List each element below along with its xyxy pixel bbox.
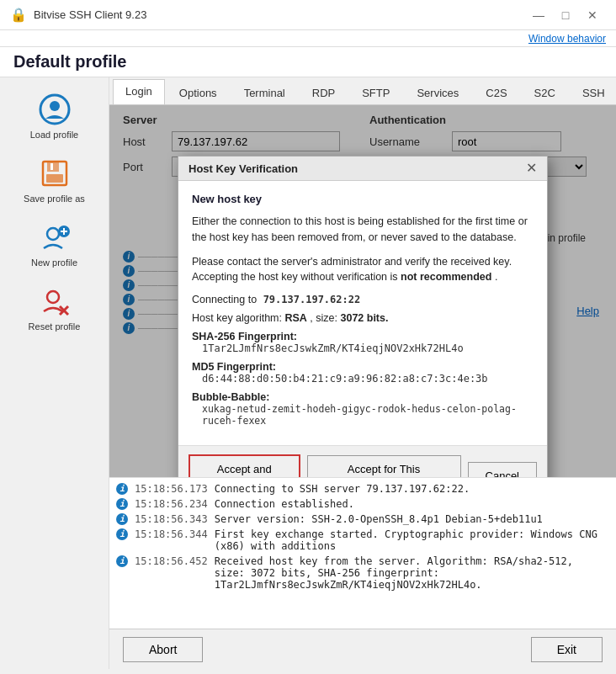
svg-point-6 bbox=[47, 228, 59, 240]
maximize-button[interactable]: □ bbox=[552, 7, 579, 24]
log-icon-5: i bbox=[116, 555, 128, 567]
algorithm-label: Host key algorithm: bbox=[192, 312, 284, 324]
tab-sftp[interactable]: SFTP bbox=[349, 81, 402, 104]
sha256-value: 1Tar2LJmfNrs8ecJswkZmR/KT4ieqjNOV2xHk72H… bbox=[202, 342, 534, 354]
log-row-5: i 15:18:56.452 Received host key from th… bbox=[116, 554, 609, 592]
sidebar-load-profile-label: Load profile bbox=[30, 130, 79, 140]
algorithm-bits: 3072 bits. bbox=[340, 312, 388, 324]
md5-label: MD5 Fingerprint: bbox=[192, 361, 276, 373]
window-behavior-link[interactable]: Window behavior bbox=[528, 33, 606, 45]
bubble-value: xukag-netud-zemit-hodeh-gigyc-rodok-hedu… bbox=[202, 403, 534, 427]
log-icon-2: i bbox=[116, 498, 128, 510]
log-row-3: i 15:18:56.343 Server version: SSH-2.0-O… bbox=[116, 512, 609, 527]
tab-services[interactable]: Services bbox=[404, 81, 471, 104]
main-content: Load profile Save profile as bbox=[0, 77, 616, 669]
page-title: Default profile bbox=[0, 47, 616, 77]
connecting-field: Connecting to 79.137.197.62:22 bbox=[192, 294, 534, 305]
host-key-verification-modal: Host Key Verification ✕ New host key Eit… bbox=[178, 156, 548, 477]
tab-login[interactable]: Login bbox=[113, 79, 165, 104]
sha256-field: SHA-256 Fingerprint: 1Tar2LJmfNrs8ecJswk… bbox=[192, 331, 534, 354]
sidebar-new-profile-label: New profile bbox=[31, 257, 77, 268]
tab-rdp[interactable]: RDP bbox=[300, 81, 348, 104]
bubble-field: Bubble-Babble: xukag-netud-zemit-hodeh-g… bbox=[192, 391, 534, 427]
close-button[interactable]: ✕ bbox=[579, 7, 606, 24]
connecting-value: 79.137.197.62:22 bbox=[263, 294, 361, 305]
reset-profile-icon bbox=[38, 284, 72, 318]
sidebar-reset-profile-label: Reset profile bbox=[29, 321, 81, 332]
tab-terminal[interactable]: Terminal bbox=[231, 81, 298, 104]
modal-body: New host key Either the connection to th… bbox=[178, 181, 547, 445]
cancel-button[interactable]: Cancel bbox=[468, 462, 537, 478]
md5-value: d6:44:88:d0:50:b4:21:c9:a9:96:82:a8:c7:3… bbox=[202, 373, 534, 385]
title-bar-controls: — □ ✕ bbox=[525, 7, 606, 24]
svg-rect-4 bbox=[46, 174, 63, 183]
sidebar-item-load-profile[interactable]: Load profile bbox=[0, 86, 109, 146]
log-area: i 15:18:56.173 Connecting to SSH server … bbox=[109, 477, 616, 629]
new-profile-icon bbox=[38, 220, 72, 254]
sidebar-item-save-profile[interactable]: Save profile as bbox=[0, 150, 109, 210]
window-behavior-bar: Window behavior bbox=[0, 30, 616, 47]
right-panel: Login Options Terminal RDP SFTP Services… bbox=[109, 77, 616, 669]
load-profile-icon bbox=[38, 93, 72, 126]
exit-button[interactable]: Exit bbox=[531, 637, 603, 662]
log-icon-4: i bbox=[116, 528, 128, 540]
not-recommended-text: not recommended bbox=[401, 271, 491, 283]
accept-connection-button[interactable]: Accept for This Connection bbox=[307, 455, 461, 477]
svg-point-10 bbox=[47, 291, 59, 303]
minimize-button[interactable]: — bbox=[525, 7, 552, 24]
abort-button[interactable]: Abort bbox=[123, 637, 203, 662]
modal-footer: Accept and Save Accept for This Connecti… bbox=[178, 445, 547, 477]
bubble-label: Bubble-Babble: bbox=[192, 391, 269, 403]
log-icon-1: i bbox=[116, 483, 128, 495]
sha256-label: SHA-256 Fingerprint: bbox=[192, 331, 297, 342]
modal-title: Host Key Verification bbox=[189, 162, 298, 175]
svg-point-1 bbox=[50, 101, 60, 111]
sidebar: Load profile Save profile as bbox=[0, 77, 109, 669]
svg-rect-5 bbox=[50, 163, 53, 170]
modal-section-title: New host key bbox=[192, 193, 534, 205]
app-title: Bitvise SSH Client 9.23 bbox=[34, 8, 146, 21]
tab-ssh[interactable]: SSH bbox=[570, 81, 616, 104]
tab-c2s[interactable]: C2S bbox=[473, 81, 519, 104]
accept-save-button[interactable]: Accept and Save bbox=[189, 454, 300, 477]
bottom-bar: Abort Exit bbox=[109, 629, 616, 669]
modal-text-2: Please contact the server's administrato… bbox=[192, 254, 534, 286]
algorithm-field: Host key algorithm: RSA , size: 3072 bit… bbox=[192, 312, 534, 324]
app-icon: 🔒 bbox=[10, 7, 27, 23]
log-row-2: i 15:18:56.234 Connection established. bbox=[116, 496, 609, 512]
sidebar-item-reset-profile[interactable]: Reset profile bbox=[0, 278, 109, 338]
tab-bar: Login Options Terminal RDP SFTP Services… bbox=[109, 77, 616, 105]
title-bar: 🔒 Bitvise SSH Client 9.23 — □ ✕ bbox=[0, 0, 616, 30]
modal-overlay: Host Key Verification ✕ New host key Eit… bbox=[109, 105, 616, 477]
modal-title-bar: Host Key Verification ✕ bbox=[178, 157, 547, 181]
sidebar-item-new-profile[interactable]: New profile bbox=[0, 214, 109, 274]
algorithm-value: RSA bbox=[284, 312, 306, 324]
tab-options[interactable]: Options bbox=[167, 81, 230, 104]
md5-field: MD5 Fingerprint: d6:44:88:d0:50:b4:21:c9… bbox=[192, 361, 534, 385]
form-area: Server Host Port Enable obfuscation bbox=[109, 105, 616, 477]
log-row-1: i 15:18:56.173 Connecting to SSH server … bbox=[116, 481, 609, 496]
log-row-4: i 15:18:56.344 First key exchange starte… bbox=[116, 527, 609, 554]
save-profile-icon bbox=[38, 157, 72, 190]
log-icon-3: i bbox=[116, 513, 128, 525]
sidebar-save-profile-label: Save profile as bbox=[24, 194, 85, 204]
modal-text-1: Either the connection to this host is be… bbox=[192, 214, 534, 246]
modal-close-button[interactable]: ✕ bbox=[526, 162, 537, 175]
title-bar-left: 🔒 Bitvise SSH Client 9.23 bbox=[10, 7, 146, 23]
tab-s2c[interactable]: S2C bbox=[522, 81, 568, 104]
